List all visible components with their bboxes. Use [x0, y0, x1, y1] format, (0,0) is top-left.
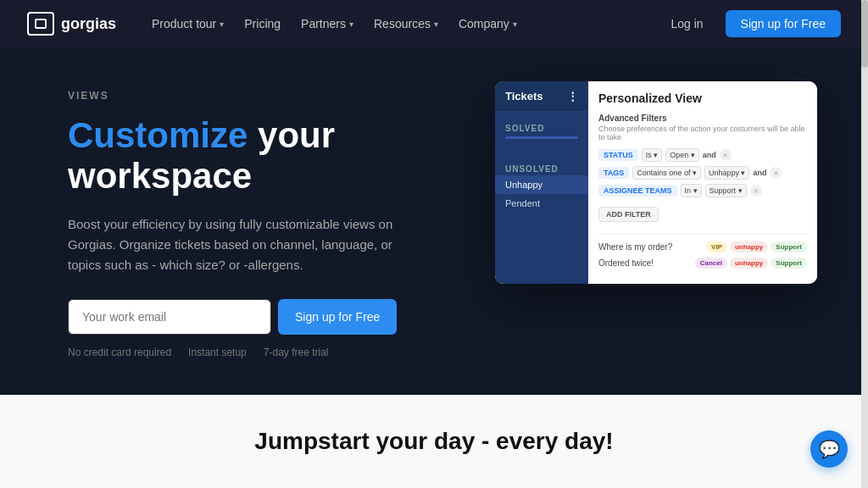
hero-title-highlight: Customize [68, 115, 248, 155]
chat-button[interactable]: 💬 [810, 430, 848, 468]
nav-item-product-tour[interactable]: Product tour ▾ [143, 10, 232, 37]
hero-right: Tickets ⋮ Solved Unsolved Unhappy Penden… [475, 81, 817, 284]
sidebar-item-pendent[interactable]: Pendent [495, 194, 588, 213]
nav-item-resources[interactable]: Resources ▾ [365, 10, 447, 37]
logo[interactable]: gorgias [27, 12, 116, 36]
more-options-icon[interactable]: ⋮ [567, 90, 578, 103]
remove-filter-3[interactable]: × [750, 185, 762, 197]
tag-cancel: Cancel [695, 258, 727, 269]
personalized-view-title: Personalized View [598, 92, 807, 105]
email-input[interactable] [68, 299, 271, 335]
navbar: gorgias Product tour ▾ Pricing Partners … [0, 0, 868, 47]
solved-bar [505, 136, 578, 139]
login-button[interactable]: Log in [659, 11, 715, 36]
remove-filter-1[interactable]: × [720, 149, 732, 161]
filter-row-assignee: ASSIGNEE TEAMS In ▾ Support ▾ × [598, 184, 807, 197]
bottom-title: Jumpstart your day - every day! [254, 428, 613, 455]
email-form: Sign up for Free [68, 299, 475, 335]
form-note-2: Instant setup [188, 347, 247, 358]
tag-support-2: Support [771, 258, 807, 269]
tag-unhappy-1: unhappy [730, 241, 768, 252]
cta-signup-button[interactable]: Sign up for Free [278, 299, 397, 335]
sidebar-solved-section: Solved [495, 112, 588, 152]
assignee-value[interactable]: Support ▾ [705, 184, 747, 197]
chevron-down-icon: ▾ [220, 19, 224, 29]
logo-inner-box [35, 19, 47, 29]
chevron-down-icon: ▾ [349, 19, 353, 29]
result-label-2: Ordered twice! [598, 258, 654, 268]
filter-row-status: STATUS Is ▾ Open ▾ and × [598, 148, 807, 162]
mockup-sidebar-header: Tickets ⋮ [495, 81, 588, 112]
status-value[interactable]: Open ▾ [665, 148, 699, 162]
chevron-down-icon: ▾ [434, 19, 438, 29]
tags-operator[interactable]: Contains one of ▾ [632, 166, 701, 180]
filter-divider [598, 234, 807, 235]
advanced-filters-label: Advanced Filters [598, 114, 807, 123]
nav-actions: Log in Sign up for Free [659, 10, 841, 37]
mockup-container: Tickets ⋮ Solved Unsolved Unhappy Penden… [495, 81, 817, 284]
nav-item-pricing[interactable]: Pricing [236, 10, 289, 37]
nav-item-company[interactable]: Company ▾ [450, 10, 526, 37]
form-note-3: 7-day free trial [264, 347, 329, 358]
mockup-main: Personalized View Advanced Filters Choos… [588, 81, 817, 284]
solved-label: Solved [495, 120, 588, 135]
tag-unhappy-2: unhappy [730, 258, 768, 269]
chevron-down-icon: ▾ [513, 19, 517, 29]
result-label-1: Where is my order? [598, 242, 672, 252]
result-tags-1: VIP unhappy Support [706, 241, 807, 252]
chat-icon: 💬 [819, 439, 840, 459]
scrollbar[interactable] [861, 0, 868, 488]
logo-icon [27, 12, 54, 36]
logo-text: gorgias [61, 15, 116, 33]
hero-description: Boost your efficiency by using fully cus… [68, 214, 407, 275]
views-label: VIEWS [68, 90, 475, 102]
filter-row-tags: TAGS Contains one of ▾ Unhappy ▾ and × [598, 166, 807, 180]
mockup-sidebar: Tickets ⋮ Solved Unsolved Unhappy Penden… [495, 81, 588, 284]
and-connector-2: and [753, 169, 766, 177]
assignee-tag: ASSIGNEE TEAMS [598, 185, 677, 197]
tag-support-1: Support [771, 241, 807, 252]
unsolved-label: Unsolved [495, 161, 588, 175]
remove-filter-2[interactable]: × [770, 167, 782, 179]
tickets-label: Tickets [505, 90, 543, 103]
form-notes: No credit card required Instant setup 7-… [68, 347, 475, 358]
result-row-2: Ordered twice! Cancel unhappy Support [598, 258, 807, 269]
form-note-1: No credit card required [68, 347, 171, 358]
add-filter-button[interactable]: ADD FILTER [598, 207, 659, 222]
sidebar-unsolved-section: Unsolved Unhappy Pendent [495, 152, 588, 221]
signup-button[interactable]: Sign up for Free [726, 10, 841, 37]
result-tags-2: Cancel unhappy Support [695, 258, 807, 269]
scrollbar-thumb[interactable] [861, 0, 868, 68]
tags-tag: TAGS [598, 167, 629, 179]
result-row-1: Where is my order? VIP unhappy Support [598, 241, 807, 252]
tags-value[interactable]: Unhappy ▾ [704, 166, 750, 180]
status-tag: STATUS [598, 149, 638, 161]
tag-vip: VIP [706, 241, 727, 252]
filters-subtitle: Choose preferences of the action your co… [598, 125, 807, 141]
hero-title: Customize your workspace [68, 115, 475, 197]
sidebar-item-unhappy[interactable]: Unhappy [495, 175, 588, 194]
nav-item-partners[interactable]: Partners ▾ [292, 10, 362, 37]
status-operator[interactable]: Is ▾ [642, 148, 663, 162]
assignee-operator[interactable]: In ▾ [681, 184, 702, 197]
bottom-section: Jumpstart your day - every day! [0, 395, 868, 488]
hero-section: VIEWS Customize your workspace Boost you… [0, 47, 868, 395]
hero-left: VIEWS Customize your workspace Boost you… [68, 81, 475, 358]
and-connector-1: and [703, 151, 716, 159]
nav-links: Product tour ▾ Pricing Partners ▾ Resour… [143, 10, 638, 37]
